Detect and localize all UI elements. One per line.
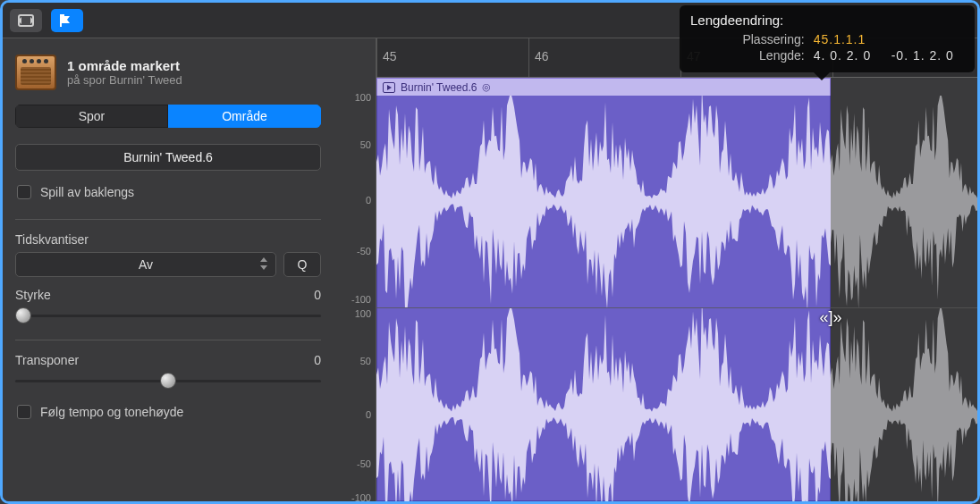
catch-toggle-button[interactable] xyxy=(51,9,83,32)
quantize-label: Tidskvantiser xyxy=(15,232,89,247)
axis-label: 0 xyxy=(334,409,371,420)
tab-region[interactable]: Område xyxy=(168,105,321,128)
region-header-label: Burnin' Tweed.6 xyxy=(401,81,477,94)
follow-label: Følg tempo og tonehøyde xyxy=(40,405,183,419)
follow-row[interactable]: Følg tempo og tonehøyde xyxy=(15,401,321,423)
length-change-tooltip: Lengdeendring: Plassering: 45.1.1.1 Leng… xyxy=(680,5,975,72)
axis-label: 100 xyxy=(334,308,371,319)
region-name-field[interactable]: Burnin' Tweed.6 xyxy=(15,144,321,171)
loop-icon xyxy=(18,14,34,27)
stereo-icon: ◎ xyxy=(482,81,489,93)
tooltip-title: Lengdeendring: xyxy=(690,13,964,28)
amplitude-gutter: 100 50 0 -50 -100 100 50 0 -50 -100 xyxy=(334,38,376,501)
quantize-value: Av xyxy=(139,257,153,272)
loop-toggle-button[interactable] xyxy=(10,9,42,32)
axis-label: 50 xyxy=(334,356,371,366)
inspector-subtitle: på spor Burnin' Tweed xyxy=(67,73,182,87)
reverse-label: Spill av baklengs xyxy=(40,185,134,199)
axis-label: -100 xyxy=(334,492,371,503)
strength-value: 0 xyxy=(314,288,321,302)
timeline-area[interactable]: 100 50 0 -50 -100 100 50 0 -50 -100 45 4… xyxy=(334,38,977,501)
waveform-channel-right xyxy=(376,308,977,504)
resize-cursor-icon: «]» xyxy=(819,308,841,327)
strength-label: Styrke xyxy=(15,288,51,302)
reverse-checkbox[interactable] xyxy=(17,185,31,199)
follow-checkbox[interactable] xyxy=(17,405,31,419)
transpose-slider[interactable] xyxy=(15,373,321,389)
axis-label: 100 xyxy=(334,92,371,103)
axis-label: -50 xyxy=(334,246,371,256)
slider-thumb[interactable] xyxy=(160,373,176,389)
waveform-channel-left xyxy=(376,96,977,308)
tab-track[interactable]: Spor xyxy=(15,105,168,128)
slider-track xyxy=(15,315,321,317)
tooltip-len-label: Lengde: xyxy=(690,47,814,63)
region-header[interactable]: Burnin' Tweed.6 ◎ xyxy=(376,78,831,96)
axis-label: -100 xyxy=(334,294,371,305)
quantize-select[interactable]: Av xyxy=(15,252,276,277)
tooltip-len-value: 4. 0. 2. 0 xyxy=(814,47,879,63)
transpose-value: 0 xyxy=(314,353,321,367)
slider-thumb[interactable] xyxy=(15,307,31,323)
axis-label: -50 xyxy=(334,458,371,469)
play-icon xyxy=(383,82,395,93)
tooltip-pos-value: 45.1.1.1 xyxy=(814,31,879,47)
quantize-apply-button[interactable]: Q xyxy=(283,252,321,277)
inspector-tabs: Spor Område xyxy=(15,105,321,128)
axis-label: 0 xyxy=(334,195,371,206)
inspector-panel: 1 område markert på spor Burnin' Tweed S… xyxy=(3,38,334,501)
amp-icon xyxy=(15,55,56,90)
track-header: 1 område markert på spor Burnin' Tweed xyxy=(15,46,321,99)
ruler-tick: 46 xyxy=(535,49,549,63)
inspector-title: 1 område markert xyxy=(67,58,182,73)
chevron-updown-icon xyxy=(259,257,268,273)
ruler-tick: 45 xyxy=(383,49,397,63)
tooltip-len-delta: -0. 1. 2. 0 xyxy=(879,47,964,63)
flag-icon xyxy=(59,13,75,28)
reverse-row[interactable]: Spill av baklengs xyxy=(15,181,321,203)
transpose-label: Transponer xyxy=(15,353,79,367)
axis-label: 50 xyxy=(334,139,371,150)
strength-slider[interactable] xyxy=(15,307,321,323)
tooltip-pos-label: Plassering: xyxy=(690,31,814,47)
app-window: 1 område markert på spor Burnin' Tweed S… xyxy=(0,0,980,504)
